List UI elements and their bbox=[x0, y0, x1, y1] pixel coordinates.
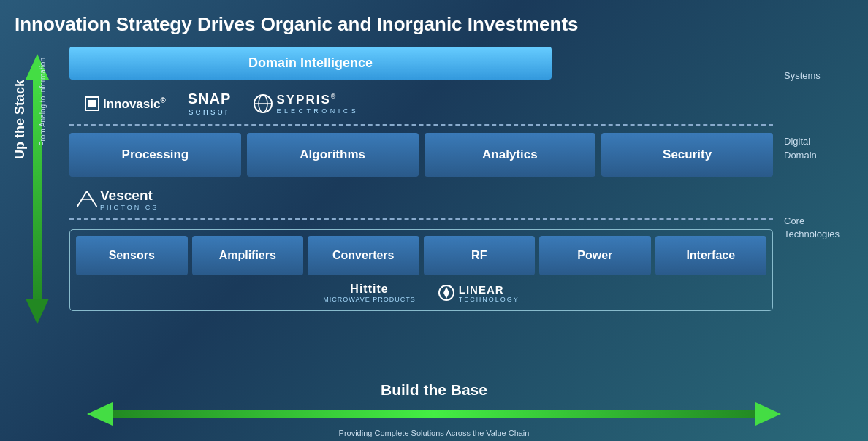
bottom-section: Build the Base Providing Complete Soluti… bbox=[0, 381, 868, 437]
svg-marker-2 bbox=[26, 299, 49, 324]
digital-section: Processing Algorithms Analytics Security… bbox=[69, 129, 773, 215]
left-axis: Up the Stack From Analog to Information bbox=[11, 43, 69, 311]
content-area: Up the Stack From Analog to Information … bbox=[0, 43, 868, 311]
power-box: Power bbox=[539, 236, 651, 275]
security-box: Security bbox=[601, 133, 773, 177]
core-boxes: Sensors Amplifiers Converters RF Power I… bbox=[76, 236, 766, 275]
rf-box: RF bbox=[424, 236, 536, 275]
logo-innovasic: Innovasic® bbox=[84, 96, 166, 112]
systems-logos-row: Innovasic® SNAP sensor bbox=[69, 87, 773, 120]
right-label-systems: Systems bbox=[784, 69, 857, 83]
hittite-logo: Hittite MICROWAVE PRODUCTS bbox=[323, 283, 416, 303]
svg-marker-13 bbox=[755, 402, 781, 426]
snap-text: SNAP bbox=[188, 91, 232, 107]
center-diagram: Domain Intelligence Innovasic® SNAP bbox=[69, 43, 777, 311]
sypris-label: SYPRIS® E L E C T R O N I C S bbox=[276, 93, 356, 115]
providing-label: Providing Complete Solutions Across the … bbox=[339, 429, 530, 437]
build-base-arrow bbox=[87, 401, 781, 427]
svg-rect-11 bbox=[109, 410, 759, 418]
algorithms-box: Algorithms bbox=[247, 133, 419, 177]
sensor-text: sensor bbox=[189, 107, 230, 117]
up-stack-label: Up the Stack bbox=[12, 80, 28, 159]
digital-boxes: Processing Algorithms Analytics Security bbox=[69, 133, 773, 177]
right-label-core: Core Technologies bbox=[784, 215, 857, 241]
divider-systems-digital bbox=[69, 124, 773, 126]
innovasic-text: Innovasic® bbox=[103, 96, 166, 112]
amplifiers-box: Amplifiers bbox=[192, 236, 304, 275]
divider-digital-core bbox=[69, 218, 773, 220]
interface-box: Interface bbox=[655, 236, 767, 275]
page-title: Innovation Strategy Drives Organic and I… bbox=[0, 0, 868, 43]
build-base-label: Build the Base bbox=[381, 381, 487, 399]
innovasic-icon bbox=[84, 96, 100, 112]
sypris-globe-icon bbox=[253, 93, 273, 114]
vescent-icon bbox=[77, 191, 97, 207]
right-labels-column: Systems Digital Domain Core Technologies bbox=[777, 43, 857, 311]
from-analog-label: From Analog to Information bbox=[39, 58, 47, 146]
processing-box: Processing bbox=[69, 133, 241, 177]
vescent-logo-row: Vescent PHOTONICS bbox=[69, 184, 773, 215]
analytics-box: Analytics bbox=[425, 133, 596, 177]
vescent-text: Vescent PHOTONICS bbox=[100, 188, 159, 211]
systems-section: Domain Intelligence Innovasic® SNAP bbox=[69, 43, 773, 120]
domain-intelligence-bar: Domain Intelligence bbox=[69, 47, 552, 80]
logo-snap: SNAP sensor bbox=[188, 91, 232, 117]
svg-rect-4 bbox=[88, 100, 96, 107]
page-wrapper: Innovation Strategy Drives Organic and I… bbox=[0, 0, 868, 441]
converters-box: Converters bbox=[308, 236, 419, 275]
core-section: Sensors Amplifiers Converters RF Power I… bbox=[69, 229, 773, 311]
linear-tech-icon bbox=[438, 284, 455, 302]
sensors-box: Sensors bbox=[76, 236, 188, 275]
svg-marker-12 bbox=[87, 402, 113, 426]
right-label-digital: Digital Domain bbox=[784, 135, 857, 161]
partner-logos-row: Hittite MICROWAVE PRODUCTS LINEAR TECHNO… bbox=[76, 279, 766, 307]
linear-technology-logo: LINEAR TECHNOLOGY bbox=[438, 283, 519, 303]
logo-sypris: SYPRIS® E L E C T R O N I C S bbox=[253, 93, 356, 115]
